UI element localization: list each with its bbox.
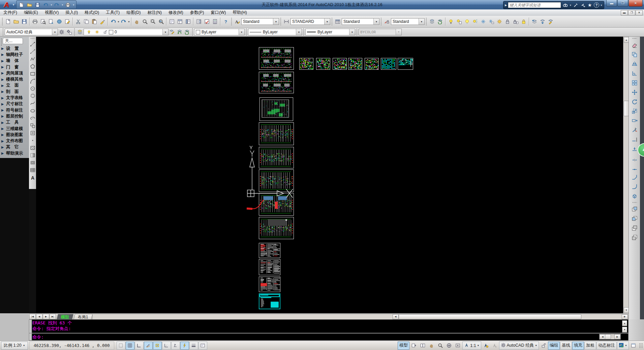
drawing-sheet-thumbnail[interactable] [259,147,294,168]
annotation-scale-dropdown-icon[interactable]: ▼ [477,344,480,347]
snow-icon[interactable] [479,18,487,26]
workspace-combo[interactable]: AutoCAD 经典▼ [5,29,58,35]
toolbar-grip[interactable] [231,18,232,26]
insert-block-icon[interactable] [29,122,36,129]
new-doc-icon[interactable] [18,1,25,8]
drawing-sheet-thumbnail[interactable] [259,97,293,121]
toolbar-grip[interactable] [632,202,637,203]
binoculars-icon[interactable] [562,2,568,8]
combo-arrow-icon[interactable]: ▼ [296,29,302,35]
toolbar-grip[interactable] [192,28,193,36]
sidebar-item-三维建模[interactable]: ▶三维建模 [1,126,28,132]
combo-arrow-icon[interactable]: ▼ [162,29,168,35]
drawing-sheet-thumbnail[interactable] [381,58,396,70]
snap-toggle-icon[interactable] [117,342,125,350]
dropdown-icon[interactable]: ▼ [128,21,130,23]
dwo-front-icon[interactable] [630,204,639,214]
toolbar-grip[interactable] [303,28,304,36]
drawing-sheet-thumbnail[interactable] [259,217,294,239]
scroll-thumb[interactable] [399,314,581,319]
mirror-icon[interactable] [630,59,639,69]
scroll-right-icon[interactable]: ▶ [622,314,628,319]
sidebar-item-立面[interactable]: ▶立 面 [1,83,28,89]
redo-icon[interactable] [120,18,128,26]
bulbY-icon[interactable] [463,18,471,26]
command-splitter[interactable] [29,333,628,333]
dropdown-icon[interactable]: ▼ [72,4,75,6]
publish-icon[interactable] [47,18,55,26]
redo-icon[interactable] [53,1,61,8]
drawing-sheet-thumbnail[interactable] [259,47,294,70]
drawing-sheet-thumbnail[interactable] [299,58,313,70]
doc-restore-button[interactable]: ❐ [628,10,635,15]
plot-preview-icon[interactable] [39,18,47,26]
pan-icon[interactable] [427,342,436,350]
scroll-left-icon[interactable]: ◀ [393,314,399,319]
save-icon[interactable] [34,1,41,8]
copy-icon[interactable] [82,18,90,26]
dim-style-icon[interactable] [282,18,290,26]
sidebar-item-帮助演示[interactable]: ▶帮助演示 [1,150,28,156]
scroll-up-icon[interactable]: ▲ [622,320,627,326]
layer-properties-icon[interactable] [76,28,84,36]
tool-palettes-icon[interactable] [184,18,192,26]
drawing-sheet-thumbnail[interactable] [316,58,330,70]
undo-icon[interactable] [109,18,117,26]
drawing-sheet-thumbnail[interactable] [259,293,280,309]
scale-dropdown-icon[interactable]: ▼ [23,344,25,347]
toolbar-grip[interactable] [30,38,35,39]
quickcalc-icon[interactable] [211,18,219,26]
logo-dropdown-icon[interactable]: ▼ [12,3,15,6]
drawing-canvas[interactable]: Y [36,37,623,313]
paste-icon[interactable] [90,18,98,26]
help-icon[interactable]: ? [594,2,599,8]
combo-arrow-icon[interactable]: ▼ [324,19,330,25]
toolbar-grip[interactable] [632,38,637,39]
model-space-button[interactable]: 模型 [398,342,409,350]
drawing-sheet-thumbnail[interactable] [259,277,280,292]
drawing-sheet-thumbnail[interactable] [333,58,347,70]
close-button[interactable]: ✕ [628,0,643,7]
table-icon[interactable] [29,166,36,174]
toolbar-grip[interactable] [2,28,4,36]
gradient-icon[interactable] [29,152,36,159]
osnap-toggle-icon[interactable] [153,342,162,350]
toggle-编组[interactable]: 编组 [548,342,560,350]
scroll-thumb[interactable] [624,101,629,116]
dropdown-icon[interactable]: ▼ [117,21,120,23]
quick-view-drawings-icon[interactable] [419,342,427,350]
snowrect-icon[interactable] [487,18,495,26]
search-dropdown-icon[interactable]: ▼ [569,4,572,6]
workspace-settings-icon[interactable] [65,28,73,36]
zoom-realtime-icon[interactable] [141,18,149,26]
join-icon[interactable] [630,163,639,172]
toolbar-grip[interactable] [426,18,427,26]
drawing-sheet-thumbnail[interactable] [259,193,294,216]
lineweight-combo[interactable]: ByLayer▼ [305,29,355,35]
sidebar-item-文字表格[interactable]: ▶文字表格 [1,95,28,101]
toggle-动态标注[interactable]: 动态标注 [596,342,617,350]
star-icon[interactable]: ★ [587,2,593,8]
help-icon[interactable]: ? [222,18,230,26]
cut-icon[interactable] [74,18,82,26]
doc-close-button[interactable]: ✕ [636,10,643,15]
command-prompt[interactable]: 命令: [32,334,44,340]
layer-match-icon[interactable] [168,28,176,36]
chamfer-icon[interactable] [630,172,639,182]
bulbspray-icon[interactable] [471,18,479,26]
toolbar-grip[interactable] [74,28,75,36]
drawing-sheet-thumbnail[interactable] [398,58,413,70]
lockrect-icon[interactable] [512,18,520,26]
gear-icon[interactable] [58,28,65,36]
sidebar-item-轴网柱子[interactable]: ▶轴网柱子 [1,52,28,58]
mtext-icon[interactable]: A [29,174,36,181]
ducs-toggle-icon[interactable] [171,342,180,350]
arc-icon[interactable] [29,77,36,85]
first-tab-icon[interactable]: |◀ [29,314,36,319]
sidebar-item-楼梯其他[interactable]: ▶楼梯其他 [1,76,28,82]
unlock-icon[interactable] [539,342,548,350]
lockY-icon[interactable] [520,18,528,26]
toolbar-grip[interactable] [356,28,358,36]
layerdown-icon[interactable] [539,18,547,26]
extend-icon[interactable] [630,135,639,144]
